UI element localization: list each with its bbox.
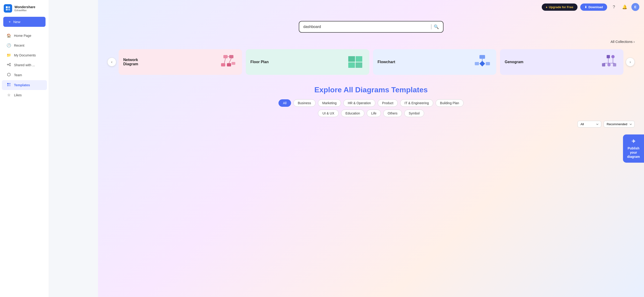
search-section: 🔍 [107,21,635,33]
svg-rect-10 [7,83,9,84]
sidebar-item-likes[interactable]: ☆ Likes [2,90,47,100]
svg-point-37 [607,63,610,66]
template-carousel: ‹ NetworkDiagram [107,47,635,77]
help-button[interactable]: ? [610,3,618,11]
svg-line-20 [229,58,231,63]
template-card-genogram[interactable]: Genogram [500,49,624,75]
filter-row-1: All Business Marketing HR & Operation Pr… [107,99,635,107]
svg-rect-24 [356,56,362,62]
top-header: ♦ Upgrade for Free ⬇ Download ? 🔔 E [98,0,644,14]
template-card-network-diagram[interactable]: NetworkDiagram [118,49,242,75]
filter-others[interactable]: Others [383,110,402,117]
flowchart-label: Flowchart [378,60,470,64]
carousel-prev-button[interactable]: ‹ [107,58,116,66]
svg-rect-2 [6,9,8,10]
all-collections-link[interactable]: All Collections › [610,40,635,44]
filter-all[interactable]: All [278,99,291,107]
network-diagram-icon [219,54,238,70]
upgrade-button[interactable]: ♦ Upgrade for Free [542,3,578,11]
genogram-icon [600,54,619,70]
chevron-left-icon: ‹ [111,60,112,64]
svg-rect-3 [8,9,10,10]
svg-line-8 [8,65,10,65]
publish-bubble[interactable]: ✈ Publish your diagram [623,135,644,163]
bell-icon: 🔔 [622,4,627,9]
template-card-floor-plan[interactable]: Floor Plan [246,49,369,75]
clock-icon: 🕐 [6,43,11,47]
filter-ui-ux[interactable]: UI & UX [318,110,339,117]
filter-symbol[interactable]: Symbol [404,110,424,117]
filter-row-2: UI & UX Education Life Others Symbol [107,110,635,117]
app-name: EdrawMax [14,9,35,12]
content-area: 🔍 All Collections › ‹ NetworkDiagram [98,14,644,137]
svg-rect-0 [6,6,8,8]
svg-rect-23 [348,56,355,62]
filter-marketing[interactable]: Marketing [318,99,341,107]
sidebar-item-home[interactable]: 🏠 Home Page [2,31,47,40]
sidebar-nav: 🏠 Home Page 🕐 Recent 📁 My Documents Shar… [0,30,49,100]
carousel-items: NetworkDiagram [116,47,626,77]
filter-product[interactable]: Product [378,99,398,107]
sidebar-item-templates[interactable]: Templates [2,80,47,90]
filter-life[interactable]: Life [367,110,381,117]
sidebar-item-recent[interactable]: 🕐 Recent [2,40,47,50]
filter-hr-operation[interactable]: HR & Operation [343,99,375,107]
carousel-next-button[interactable]: › [626,58,635,66]
genogram-label: Genogram [505,60,596,64]
svg-line-7 [8,64,10,64]
all-collections-row: All Collections › [107,40,635,44]
magnifier-icon: 🔍 [434,24,439,29]
app-logo: Wondershare EdrawMax [0,0,49,17]
sidebar: Wondershare EdrawMax ＋ New 🏠 Home Page 🕐… [0,0,49,297]
svg-rect-34 [607,55,610,58]
plus-icon: ＋ [8,19,12,24]
download-button[interactable]: ⬇ Download [580,3,607,11]
flowchart-icon [473,54,492,70]
svg-rect-29 [480,55,485,59]
logo-icon [4,4,12,12]
filter-business[interactable]: Business [294,99,316,107]
filter-it-engineering[interactable]: IT & Engineering [400,99,433,107]
svg-point-5 [10,63,10,64]
svg-rect-36 [602,63,605,66]
notification-button[interactable]: 🔔 [621,3,628,11]
share-icon [6,63,11,67]
floor-plan-label: Floor Plan [250,60,342,64]
crown-icon: ♦ [546,5,548,9]
svg-rect-25 [348,62,355,68]
search-button[interactable]: 🔍 [434,24,439,29]
svg-rect-17 [227,63,231,66]
svg-rect-11 [9,83,10,84]
sidebar-item-team[interactable]: Team [2,70,47,80]
home-icon: 🏠 [6,33,11,38]
avatar[interactable]: E [632,3,639,11]
svg-point-4 [7,64,8,65]
sidebar-item-shared-with[interactable]: Shared with ... [2,60,47,70]
star-icon: ☆ [6,93,11,97]
question-icon: ? [613,5,615,9]
svg-line-19 [224,58,226,63]
svg-rect-18 [232,62,235,65]
folder-icon: 📁 [6,53,11,57]
sidebar-item-my-documents[interactable]: 📁 My Documents [2,50,47,60]
type-select[interactable]: All Business Marketing [578,121,601,128]
download-icon: ⬇ [584,5,587,9]
hexagon-icon [6,73,11,77]
template-card-flowchart[interactable]: Flowchart [373,49,496,75]
filter-education[interactable]: Education [341,110,364,117]
svg-rect-15 [229,55,234,58]
main-content: ♦ Upgrade for Free ⬇ Download ? 🔔 E 🔍 [98,0,644,297]
order-select[interactable]: Recommended Newest Popular [604,121,635,128]
explore-title: Explore All Diagrams Templates [107,86,635,94]
new-button[interactable]: ＋ New [3,17,46,27]
send-icon: ✈ [632,138,636,144]
svg-rect-16 [221,63,225,66]
filter-building-plan[interactable]: Building Plan [436,99,464,107]
svg-point-6 [10,65,10,66]
search-input[interactable] [304,25,429,29]
search-bar: 🔍 [299,21,444,33]
brand-name: Wondershare [14,5,35,9]
svg-rect-1 [8,6,10,8]
svg-rect-26 [355,62,362,68]
svg-point-35 [611,55,614,58]
